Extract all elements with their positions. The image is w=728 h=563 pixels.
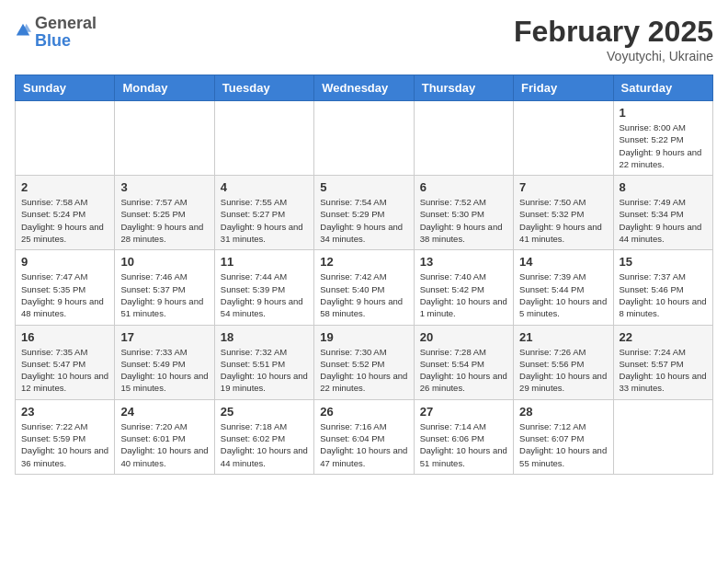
day-cell: 23Sunrise: 7:22 AM Sunset: 5:59 PM Dayli… <box>16 399 115 474</box>
day-cell: 15Sunrise: 7:37 AM Sunset: 5:46 PM Dayli… <box>613 250 712 325</box>
day-info: Sunrise: 7:42 AM Sunset: 5:40 PM Dayligh… <box>320 270 407 319</box>
day-number: 2 <box>21 180 108 194</box>
day-info: Sunrise: 7:49 AM Sunset: 5:34 PM Dayligh… <box>620 196 707 245</box>
day-info: Sunrise: 7:50 AM Sunset: 5:32 PM Dayligh… <box>519 196 607 245</box>
day-info: Sunrise: 7:44 AM Sunset: 5:39 PM Dayligh… <box>221 270 308 319</box>
day-number: 11 <box>221 255 308 269</box>
weekday-header-monday: Monday <box>115 75 214 101</box>
day-number: 20 <box>420 330 507 344</box>
weekday-header-row: SundayMondayTuesdayWednesdayThursdayFrid… <box>16 75 713 101</box>
month-title: February 2025 <box>514 15 713 49</box>
logo: General Blue <box>15 15 97 50</box>
day-number: 25 <box>221 405 308 419</box>
day-number: 27 <box>420 405 507 419</box>
day-cell <box>115 101 214 176</box>
day-number: 4 <box>221 180 308 194</box>
day-info: Sunrise: 7:39 AM Sunset: 5:44 PM Dayligh… <box>519 270 607 319</box>
day-cell: 8Sunrise: 7:49 AM Sunset: 5:34 PM Daylig… <box>613 176 712 250</box>
day-cell <box>314 101 414 176</box>
day-cell <box>414 101 513 176</box>
logo-blue-text: Blue <box>35 31 71 50</box>
week-row-2: 2Sunrise: 7:58 AM Sunset: 5:24 PM Daylig… <box>16 176 713 250</box>
day-cell: 3Sunrise: 7:57 AM Sunset: 5:25 PM Daylig… <box>115 176 214 250</box>
day-cell: 27Sunrise: 7:14 AM Sunset: 6:06 PM Dayli… <box>414 399 513 474</box>
day-info: Sunrise: 7:22 AM Sunset: 5:59 PM Dayligh… <box>21 420 108 469</box>
day-number: 19 <box>320 330 407 344</box>
day-number: 26 <box>320 405 407 419</box>
logo-general-text: General <box>35 14 97 32</box>
day-info: Sunrise: 7:35 AM Sunset: 5:47 PM Dayligh… <box>21 346 108 395</box>
weekday-header-wednesday: Wednesday <box>314 75 414 101</box>
day-number: 24 <box>120 405 208 419</box>
location-title: Voyutychi, Ukraine <box>514 49 713 63</box>
day-info: Sunrise: 7:32 AM Sunset: 5:51 PM Dayligh… <box>221 346 308 395</box>
title-area: February 2025 Voyutychi, Ukraine <box>514 15 713 63</box>
day-number: 18 <box>221 330 308 344</box>
day-cell: 18Sunrise: 7:32 AM Sunset: 5:51 PM Dayli… <box>214 325 313 399</box>
day-number: 21 <box>519 330 607 344</box>
week-row-3: 9Sunrise: 7:47 AM Sunset: 5:35 PM Daylig… <box>16 250 713 325</box>
day-info: Sunrise: 7:58 AM Sunset: 5:24 PM Dayligh… <box>21 196 108 245</box>
logo-icon <box>15 22 31 39</box>
day-cell: 10Sunrise: 7:46 AM Sunset: 5:37 PM Dayli… <box>115 250 214 325</box>
day-info: Sunrise: 7:40 AM Sunset: 5:42 PM Dayligh… <box>420 270 507 319</box>
day-info: Sunrise: 7:30 AM Sunset: 5:52 PM Dayligh… <box>320 346 407 395</box>
day-info: Sunrise: 7:24 AM Sunset: 5:57 PM Dayligh… <box>620 346 707 395</box>
week-row-5: 23Sunrise: 7:22 AM Sunset: 5:59 PM Dayli… <box>16 399 713 474</box>
day-info: Sunrise: 7:33 AM Sunset: 5:49 PM Dayligh… <box>120 346 208 395</box>
page-header: General Blue February 2025 Voyutychi, Uk… <box>15 15 713 63</box>
day-cell: 21Sunrise: 7:26 AM Sunset: 5:56 PM Dayli… <box>514 325 613 399</box>
weekday-header-tuesday: Tuesday <box>214 75 313 101</box>
day-cell <box>214 101 313 176</box>
day-number: 13 <box>420 255 507 269</box>
day-number: 16 <box>21 330 108 344</box>
day-number: 14 <box>519 255 607 269</box>
day-info: Sunrise: 7:55 AM Sunset: 5:27 PM Dayligh… <box>221 196 308 245</box>
day-cell: 2Sunrise: 7:58 AM Sunset: 5:24 PM Daylig… <box>16 176 115 250</box>
day-info: Sunrise: 7:18 AM Sunset: 6:02 PM Dayligh… <box>221 420 308 469</box>
day-cell <box>514 101 613 176</box>
day-number: 22 <box>620 330 707 344</box>
weekday-header-sunday: Sunday <box>16 75 115 101</box>
day-cell <box>613 399 712 474</box>
day-info: Sunrise: 7:46 AM Sunset: 5:37 PM Dayligh… <box>120 270 208 319</box>
day-info: Sunrise: 7:52 AM Sunset: 5:30 PM Dayligh… <box>420 196 507 245</box>
day-info: Sunrise: 8:00 AM Sunset: 5:22 PM Dayligh… <box>620 121 707 170</box>
day-cell <box>16 101 115 176</box>
weekday-header-friday: Friday <box>514 75 613 101</box>
day-cell: 13Sunrise: 7:40 AM Sunset: 5:42 PM Dayli… <box>414 250 513 325</box>
day-cell: 14Sunrise: 7:39 AM Sunset: 5:44 PM Dayli… <box>514 250 613 325</box>
week-row-4: 16Sunrise: 7:35 AM Sunset: 5:47 PM Dayli… <box>16 325 713 399</box>
day-info: Sunrise: 7:20 AM Sunset: 6:01 PM Dayligh… <box>120 420 208 469</box>
day-cell: 26Sunrise: 7:16 AM Sunset: 6:04 PM Dayli… <box>314 399 414 474</box>
day-info: Sunrise: 7:14 AM Sunset: 6:06 PM Dayligh… <box>420 420 507 469</box>
day-info: Sunrise: 7:47 AM Sunset: 5:35 PM Dayligh… <box>21 270 108 319</box>
day-cell: 25Sunrise: 7:18 AM Sunset: 6:02 PM Dayli… <box>214 399 313 474</box>
day-cell: 24Sunrise: 7:20 AM Sunset: 6:01 PM Dayli… <box>115 399 214 474</box>
day-cell: 4Sunrise: 7:55 AM Sunset: 5:27 PM Daylig… <box>214 176 313 250</box>
day-number: 12 <box>320 255 407 269</box>
day-info: Sunrise: 7:37 AM Sunset: 5:46 PM Dayligh… <box>620 270 707 319</box>
calendar-table: SundayMondayTuesdayWednesdayThursdayFrid… <box>15 75 713 475</box>
day-number: 23 <box>21 405 108 419</box>
day-number: 8 <box>620 180 707 194</box>
day-number: 3 <box>120 180 208 194</box>
day-cell: 19Sunrise: 7:30 AM Sunset: 5:52 PM Dayli… <box>314 325 414 399</box>
week-row-1: 1Sunrise: 8:00 AM Sunset: 5:22 PM Daylig… <box>16 101 713 176</box>
day-info: Sunrise: 7:54 AM Sunset: 5:29 PM Dayligh… <box>320 196 407 245</box>
day-number: 5 <box>320 180 407 194</box>
day-cell: 1Sunrise: 8:00 AM Sunset: 5:22 PM Daylig… <box>613 101 712 176</box>
day-cell: 20Sunrise: 7:28 AM Sunset: 5:54 PM Dayli… <box>414 325 513 399</box>
day-cell: 5Sunrise: 7:54 AM Sunset: 5:29 PM Daylig… <box>314 176 414 250</box>
day-number: 10 <box>120 255 208 269</box>
day-info: Sunrise: 7:28 AM Sunset: 5:54 PM Dayligh… <box>420 346 507 395</box>
day-number: 15 <box>620 255 707 269</box>
day-cell: 12Sunrise: 7:42 AM Sunset: 5:40 PM Dayli… <box>314 250 414 325</box>
day-cell: 28Sunrise: 7:12 AM Sunset: 6:07 PM Dayli… <box>514 399 613 474</box>
day-number: 6 <box>420 180 507 194</box>
day-number: 1 <box>620 106 707 120</box>
day-cell: 11Sunrise: 7:44 AM Sunset: 5:39 PM Dayli… <box>214 250 313 325</box>
day-number: 28 <box>519 405 607 419</box>
day-info: Sunrise: 7:26 AM Sunset: 5:56 PM Dayligh… <box>519 346 607 395</box>
weekday-header-thursday: Thursday <box>414 75 513 101</box>
